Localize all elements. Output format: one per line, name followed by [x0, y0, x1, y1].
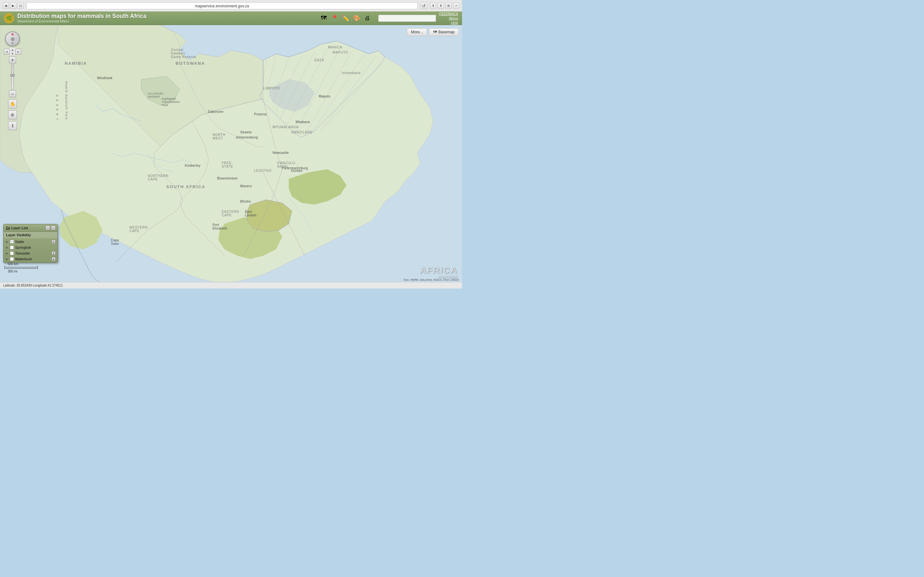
layer-action-sable[interactable]: ●	[52, 240, 55, 243]
tool-icon-1[interactable]: 🗺	[319, 14, 328, 23]
compass-south: S	[11, 42, 13, 45]
layer-expand-springbok[interactable]: ▶	[5, 246, 9, 249]
browser-chrome: ◀ ▶ ⊡ mapservice.environment.gov.za ↺ ⬇ …	[0, 0, 462, 11]
tool-icon-5[interactable]: 🖨	[363, 14, 372, 23]
compass-arrow: ⊕	[11, 36, 15, 42]
status-bar: Latitude:-35.853439 Longitude:41.374511	[0, 282, 462, 288]
layer-list: ▶ ✓ Sable ● ▶ Springbok ▶ Tsessebe ∥ ▶	[3, 238, 57, 263]
layer-name-springbok: Springbok	[15, 245, 55, 250]
header-right: FEEDBACK About Help	[378, 12, 458, 25]
compass-north: N	[11, 33, 14, 36]
layer-panel-close[interactable]: ×	[51, 226, 55, 230]
app-header: 🌿 Distribution maps for mammals in South…	[0, 11, 462, 25]
tool-icon-4[interactable]: 🎨	[352, 14, 361, 23]
layer-panel: 🗂 Layer List – × Layer Visibility ▶ ✓ Sa…	[3, 224, 58, 263]
layer-list-icon: 🗂	[5, 226, 10, 230]
feedback-link[interactable]: FEEDBACK	[439, 12, 458, 16]
header-links: FEEDBACK About Help	[439, 12, 458, 25]
map-attribution: Esri, HERE, DeLorme, NOAA, FAO, USGS	[404, 278, 459, 282]
layer-name-tsessebe: Tsessebe	[15, 251, 50, 255]
header-title-block: Distribution maps for mammals in South A…	[17, 13, 313, 23]
zoom-thumb	[10, 74, 15, 77]
zoom-extent-button[interactable]: ⊕	[8, 110, 17, 119]
pan-left-button[interactable]: ◄	[4, 49, 10, 55]
scale-km-label: 500 km	[8, 262, 38, 266]
map-controls: N ⊕ S ◄ ▲ ▼ ► + – ✋ ⊕	[4, 31, 21, 130]
layer-action-waterbuck[interactable]: ●	[52, 257, 55, 261]
basemap-button[interactable]: 🗺 Basemap	[429, 28, 459, 36]
windows-icon[interactable]: ⊞	[445, 3, 452, 9]
zoom-slider: + –	[9, 56, 16, 97]
pan-tool-button[interactable]: ✋	[8, 99, 17, 108]
header-icons: 🗺 📍 ✏️ 🎨 🖨	[319, 14, 372, 23]
reload-button[interactable]: ↺	[420, 2, 427, 9]
scale-bar: 500 km 300 mi	[5, 262, 38, 273]
tool-icon-2[interactable]: 📍	[330, 14, 339, 23]
layer-panel-title: 🗂 Layer List	[5, 226, 28, 230]
pan-right-button[interactable]: ►	[15, 49, 21, 55]
layer-checkbox-sable[interactable]: ✓	[10, 240, 14, 243]
layer-expand-sable[interactable]: ▶	[5, 240, 9, 243]
page-title: Distribution maps for mammals in South A…	[17, 13, 313, 19]
zoom-track[interactable]	[11, 64, 14, 90]
layer-name-sable: Sable	[15, 240, 50, 243]
compass[interactable]: N ⊕ S	[5, 31, 20, 46]
zoom-in-button[interactable]: +	[9, 56, 16, 63]
list-item: ▶ Tsessebe ∥	[3, 250, 57, 256]
zoom-out-button[interactable]: –	[9, 90, 16, 97]
layer-checkbox-tsessebe[interactable]	[10, 251, 14, 255]
layer-panel-minimize[interactable]: –	[45, 226, 50, 230]
coordinates-display: Latitude:-35.853439 Longitude:41.374511	[3, 284, 63, 287]
page-subtitle: Department of Environmental Affairs	[17, 19, 313, 23]
layer-visibility-label: Layer Visibility	[3, 232, 57, 238]
map-background	[0, 25, 462, 282]
pan-down-button[interactable]: ▼	[10, 52, 15, 55]
layer-expand-waterbuck[interactable]: ▶	[5, 258, 9, 261]
basemap-icon: 🗺	[433, 30, 437, 34]
about-link[interactable]: About	[449, 16, 458, 20]
more-button[interactable]: More...	[407, 28, 427, 36]
list-item: ▶ Waterbuck ●	[3, 256, 57, 262]
map-container[interactable]: N ⊕ S ◄ ▲ ▼ ► + – ✋ ⊕	[0, 25, 462, 282]
list-item: ▶ Springbok	[3, 245, 57, 250]
share-icon[interactable]: ⬆	[438, 3, 444, 9]
list-item: ▶ ✓ Sable ●	[3, 239, 57, 245]
pan-up-button[interactable]: ▲	[10, 48, 15, 52]
forward-button[interactable]: ▶	[10, 3, 16, 9]
layer-panel-header: 🗂 Layer List – ×	[3, 224, 57, 232]
layer-list-title: Layer List	[11, 226, 28, 230]
app-logo: 🌿	[4, 13, 14, 23]
download-icon[interactable]: ⬇	[430, 3, 436, 9]
window-button[interactable]: ⊡	[17, 3, 24, 9]
help-link[interactable]: Help	[451, 21, 458, 25]
map-top-right-controls: More... 🗺 Basemap	[407, 28, 459, 36]
search-input[interactable]	[378, 15, 436, 22]
layer-name-waterbuck: Waterbuck	[15, 257, 50, 261]
pan-buttons: ◄ ▲ ▼ ►	[4, 49, 21, 55]
scale-mi-label: 300 mi	[8, 269, 38, 273]
tool-icon-3[interactable]: ✏️	[341, 14, 350, 23]
address-bar[interactable]: mapservice.environment.gov.za	[26, 2, 418, 9]
layer-action-tsessebe[interactable]: ∥	[52, 251, 55, 255]
layer-panel-controls: – ×	[45, 226, 55, 230]
back-button[interactable]: ◀	[3, 3, 9, 9]
identify-tool-button[interactable]: ℹ	[8, 121, 17, 130]
layer-checkbox-waterbuck[interactable]	[10, 257, 14, 261]
plus-icon[interactable]: +	[453, 3, 459, 9]
pan-vertical: ▲ ▼	[10, 49, 15, 55]
layer-checkbox-springbok[interactable]	[10, 245, 14, 250]
basemap-label: Basemap	[438, 30, 455, 34]
layer-expand-tsessebe[interactable]: ▶	[5, 251, 9, 255]
